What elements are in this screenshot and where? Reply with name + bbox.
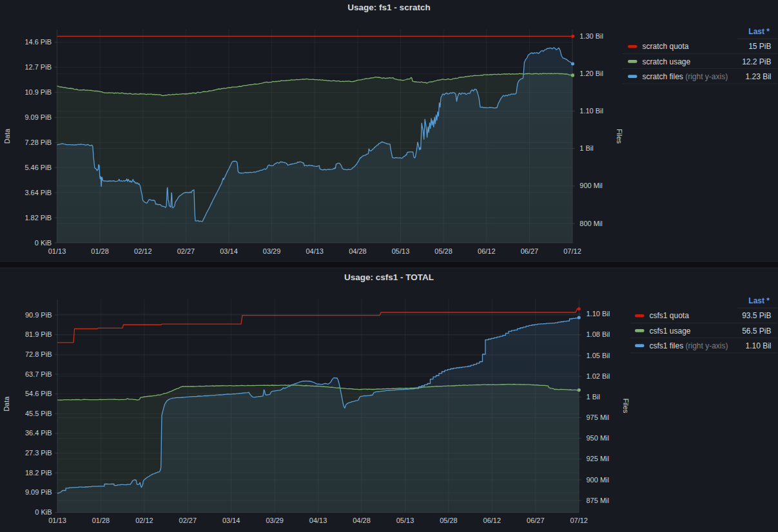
svg-text:1 Bil: 1 Bil <box>579 144 593 152</box>
svg-text:900 Mil: 900 Mil <box>587 476 609 484</box>
svg-text:07/12: 07/12 <box>570 517 588 524</box>
svg-text:01/13: 01/13 <box>48 517 66 524</box>
svg-text:06/12: 06/12 <box>478 247 496 255</box>
svg-text:Usage: fs1 - scratch: Usage: fs1 - scratch <box>347 3 430 12</box>
svg-text:02/27: 02/27 <box>179 517 197 524</box>
svg-text:03/14: 03/14 <box>222 517 240 524</box>
svg-text:5.46 PiB: 5.46 PiB <box>24 164 52 171</box>
svg-text:csfs1 files (right y-axis): csfs1 files (right y-axis) <box>650 341 728 350</box>
svg-text:0 KiB: 0 KiB <box>35 239 52 247</box>
svg-text:10.9 PiB: 10.9 PiB <box>24 88 52 96</box>
svg-text:18.2 PiB: 18.2 PiB <box>25 469 52 477</box>
svg-text:03/14: 03/14 <box>220 247 238 255</box>
svg-text:1.10 Bil: 1.10 Bil <box>587 310 610 318</box>
svg-text:01/13: 01/13 <box>48 247 66 255</box>
svg-text:07/12: 07/12 <box>563 247 581 255</box>
svg-text:1.05 Bil: 1.05 Bil <box>587 352 610 359</box>
svg-text:36.4 PiB: 36.4 PiB <box>25 429 52 437</box>
svg-text:05/28: 05/28 <box>440 517 458 524</box>
svg-text:05/13: 05/13 <box>396 517 414 524</box>
svg-text:04/28: 04/28 <box>349 247 367 255</box>
svg-text:93.5 PiB: 93.5 PiB <box>742 311 771 320</box>
svg-text:Last *: Last * <box>748 296 770 305</box>
svg-text:875 Mil: 875 Mil <box>587 497 609 504</box>
svg-text:05/28: 05/28 <box>434 247 452 255</box>
svg-text:1 Bil: 1 Bil <box>587 393 600 401</box>
svg-text:csfs1 usage: csfs1 usage <box>650 327 691 336</box>
svg-text:1.02 Bil: 1.02 Bil <box>587 372 610 380</box>
svg-text:975 Mil: 975 Mil <box>587 413 609 421</box>
svg-text:800 Mil: 800 Mil <box>579 220 602 227</box>
svg-text:900 Mil: 900 Mil <box>579 182 602 189</box>
svg-text:72.8 PiB: 72.8 PiB <box>25 350 52 358</box>
svg-text:1.30 Bil: 1.30 Bil <box>579 32 603 40</box>
svg-text:01/28: 01/28 <box>91 247 109 255</box>
svg-text:03/29: 03/29 <box>263 247 281 255</box>
svg-text:90.9 PiB: 90.9 PiB <box>25 311 52 319</box>
svg-text:14.6 PiB: 14.6 PiB <box>24 38 52 46</box>
svg-text:45.5 PiB: 45.5 PiB <box>25 410 52 417</box>
svg-text:12.2 PiB: 12.2 PiB <box>742 57 771 66</box>
svg-text:7.28 PiB: 7.28 PiB <box>24 138 52 146</box>
svg-text:1.10 Bil: 1.10 Bil <box>745 341 771 350</box>
svg-text:81.9 PiB: 81.9 PiB <box>25 330 52 338</box>
svg-text:scratch quota: scratch quota <box>643 42 689 51</box>
svg-text:54.6 PiB: 54.6 PiB <box>25 390 52 397</box>
svg-text:scratch usage: scratch usage <box>643 57 691 66</box>
svg-text:Data: Data <box>3 128 11 144</box>
svg-text:04/13: 04/13 <box>306 247 324 255</box>
svg-text:63.7 PiB: 63.7 PiB <box>25 370 52 378</box>
svg-text:950 Mil: 950 Mil <box>587 434 609 442</box>
svg-text:06/12: 06/12 <box>483 517 501 524</box>
svg-text:04/28: 04/28 <box>353 517 371 524</box>
svg-text:12.7 PiB: 12.7 PiB <box>24 63 52 71</box>
svg-text:1.10 Bil: 1.10 Bil <box>579 107 603 115</box>
svg-text:03/29: 03/29 <box>266 517 284 524</box>
svg-text:0 KiB: 0 KiB <box>35 508 52 516</box>
svg-text:Data: Data <box>3 396 11 412</box>
svg-text:Last *: Last * <box>748 27 770 36</box>
svg-text:56.5 PiB: 56.5 PiB <box>742 327 771 336</box>
svg-text:1.82 PiB: 1.82 PiB <box>24 214 52 222</box>
svg-text:04/13: 04/13 <box>309 517 327 524</box>
svg-text:csfs1 quota: csfs1 quota <box>650 311 690 320</box>
svg-text:06/27: 06/27 <box>521 247 539 255</box>
svg-text:1.08 Bil: 1.08 Bil <box>587 330 610 338</box>
svg-text:27.3 PiB: 27.3 PiB <box>25 449 52 457</box>
svg-text:05/13: 05/13 <box>392 247 410 255</box>
svg-text:02/12: 02/12 <box>135 517 153 524</box>
svg-text:3.64 PiB: 3.64 PiB <box>24 189 52 196</box>
svg-text:01/28: 01/28 <box>92 517 110 524</box>
svg-text:Usage: csfs1 - TOTAL: Usage: csfs1 - TOTAL <box>344 272 434 282</box>
svg-text:9.09 PiB: 9.09 PiB <box>25 488 52 496</box>
svg-text:1.23 Bil: 1.23 Bil <box>745 72 771 81</box>
svg-text:Files: Files <box>616 129 623 144</box>
svg-text:Files: Files <box>622 398 630 413</box>
svg-text:1.20 Bil: 1.20 Bil <box>579 70 603 77</box>
svg-text:06/27: 06/27 <box>527 517 545 524</box>
svg-text:9.09 PiB: 9.09 PiB <box>24 113 52 121</box>
svg-text:02/12: 02/12 <box>134 247 152 255</box>
svg-text:925 Mil: 925 Mil <box>587 455 609 462</box>
svg-text:02/27: 02/27 <box>177 247 195 255</box>
svg-text:scratch files (right y-axis): scratch files (right y-axis) <box>643 72 728 81</box>
svg-text:15 PiB: 15 PiB <box>748 42 771 51</box>
